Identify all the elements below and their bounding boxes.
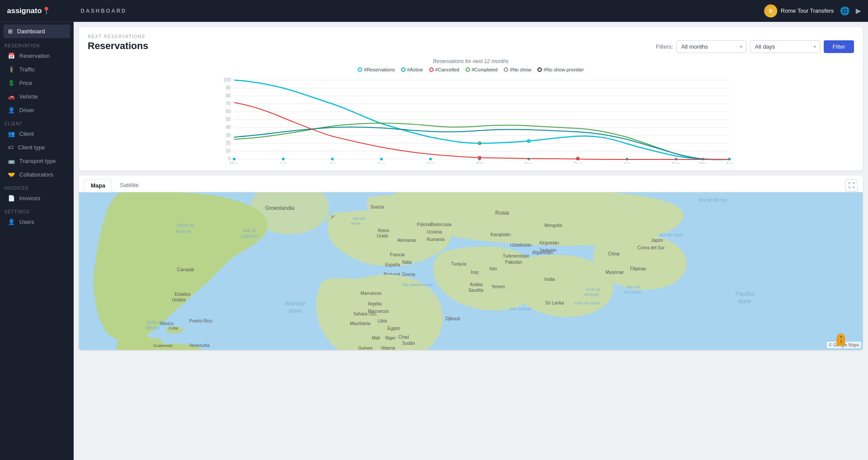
world-map-svg: Groenlandia Islandia Canadá Estados Unid… [79,192,863,350]
svg-text:España: España [385,262,400,267]
svg-text:Bahía de: Bahía de [177,223,195,228]
sidebar-item-dashboard[interactable]: ⊞ Dashboard [4,25,70,38]
chart-panel: NEXT RESERVATIONS Reservations Filters: … [79,27,863,170]
sidebar-item-driver[interactable]: 👤 Driver [4,103,70,117]
globe-icon[interactable]: 🌐 [840,6,850,16]
svg-text:Niger: Niger [385,336,396,340]
svg-text:Jan: Jan [623,162,630,163]
user-name: Rome Tour Transfers [781,7,834,14]
legend-no-show: #No show [504,67,531,72]
sidebar-item-client[interactable]: 👥 Client [4,127,70,141]
legend-completed: #Completed [466,67,498,72]
sidebar-item-transport-type[interactable]: 🚌 Transport type [4,154,70,168]
svg-text:Norte: Norte [738,298,751,304]
months-select[interactable]: All months [676,40,747,53]
main-content: NEXT RESERVATIONS Reservations Filters: … [74,22,868,460]
svg-text:80: 80 [226,93,231,98]
svg-text:Groenlandia: Groenlandia [265,205,295,211]
svg-text:Polonia: Polonia [417,222,432,227]
svg-text:0: 0 [228,156,231,161]
pegman-icon[interactable]: 🧍 [836,333,845,346]
svg-text:Suecia: Suecia [370,205,384,209]
sidebar-item-client-type[interactable]: 🏷 Client type [4,141,70,154]
svg-text:Bielorrusia: Bielorrusia [430,222,452,227]
svg-text:Hudson: Hudson [176,229,191,234]
svg-text:Argelia: Argelia [368,301,382,306]
topbar-title: DASHBOARD [81,8,764,14]
svg-text:Mali: Mali [372,336,380,340]
svg-text:Libia: Libia [378,318,388,323]
svg-text:Aug: Aug [377,162,385,163]
svg-text:Tayikistán: Tayikistán [539,248,556,252]
svg-text:Egipto: Egipto [388,326,400,331]
svg-text:Nov: Nov [525,162,533,163]
sidebar: ⊞ Dashboard RESERVATION 📅 Reservation 🚦 … [0,22,74,460]
svg-text:50: 50 [226,117,231,122]
price-icon: 💲 [8,80,15,86]
svg-text:Labrador: Labrador [241,234,259,239]
sidebar-item-price[interactable]: 💲 Price [4,76,70,90]
svg-text:Oct: Oct [476,162,483,163]
svg-text:Norte: Norte [351,221,360,226]
svg-text:Pakistán: Pakistán [505,260,522,265]
sidebar-item-reservation[interactable]: 📅 Reservation [4,49,70,63]
chart-subtitle: NEXT RESERVATIONS [88,34,854,39]
svg-text:Estados: Estados [174,292,190,297]
svg-text:Marruecos: Marruecos [361,291,381,296]
svg-text:Venezuela: Venezuela [189,343,210,348]
vehicle-icon: 🚗 [8,93,15,100]
svg-text:Mauritania: Mauritania [350,321,370,326]
dashboard-icon: ⊞ [8,28,13,35]
sidebar-item-collaborators[interactable]: 🤝 Collaborators [4,168,70,181]
svg-text:Saudita: Saudita [468,288,483,293]
months-select-wrapper: All months ▼ [676,40,747,53]
days-select[interactable]: All days [750,40,820,53]
map-tab-satelite[interactable]: Satélite [114,179,145,192]
svg-text:Italia: Italia [402,260,412,265]
legend-active: #Active [401,67,423,72]
sidebar-item-vehicle[interactable]: 🚗 Vehicle [4,90,70,103]
map-container: Groenlandia Islandia Canadá Estados Unid… [79,192,863,350]
svg-text:Irán: Irán [489,266,497,271]
svg-text:Jul: Jul [330,162,335,163]
invoices-icon: 📄 [8,195,15,202]
svg-text:Sudán: Sudán [422,350,434,350]
sidebar-section-invoices: INVOICES [0,181,74,191]
svg-text:Nigeria: Nigeria [381,346,395,350]
transport-type-icon: 🚌 [8,158,15,164]
map-fullscreen-button[interactable]: ⛶ [845,179,857,191]
map-tabs: Mapa Satélite ⛶ [79,176,863,192]
svg-text:Alemania: Alemania [397,238,416,243]
svg-point-35 [282,158,285,160]
sidebar-item-invoices[interactable]: 📄 Invoices [4,191,70,205]
legend-no-show-provider: #No show provider [537,67,584,72]
filter-button[interactable]: Filter [824,40,854,53]
svg-text:Sri Lanka: Sri Lanka [545,301,564,305]
svg-text:Sudán: Sudán [402,341,415,346]
map-tab-mapa[interactable]: Mapa [84,179,112,192]
sidebar-item-users[interactable]: 👤 Users [4,215,70,229]
svg-text:Mar de Japón: Mar de Japón [659,233,683,237]
svg-point-37 [380,158,383,160]
sidebar-item-traffic[interactable]: 🚦 Traffic [4,63,70,76]
svg-text:Reino: Reino [378,228,390,233]
svg-text:Mar del: Mar del [626,285,640,289]
svg-text:Pacífico: Pacífico [735,291,754,297]
svg-text:Feb: Feb [672,162,680,163]
svg-text:Norte: Norte [288,308,302,314]
svg-text:Grecia: Grecia [402,272,416,277]
svg-text:India: India [544,276,555,282]
svg-point-34 [233,158,235,160]
svg-text:Myanmar: Myanmar [605,270,624,275]
svg-text:Rusia: Rusia [495,210,509,216]
svg-point-36 [331,158,334,160]
svg-text:Chad: Chad [398,335,409,340]
svg-text:90: 90 [226,85,231,90]
legend-dot-no-show [504,67,508,72]
youtube-icon[interactable]: ▶ [856,7,861,15]
svg-text:Golfo de: Golfo de [586,287,601,292]
svg-text:Francia: Francia [390,252,405,257]
svg-text:Puerto Rico: Puerto Rico [189,318,212,323]
sidebar-section-settings: SETTINGS [0,205,74,215]
svg-point-38 [429,158,432,160]
